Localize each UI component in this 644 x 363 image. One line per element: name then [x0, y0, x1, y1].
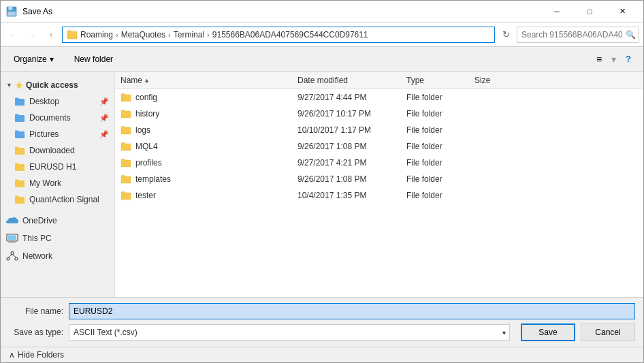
title-bar-left: Save As — [6, 6, 52, 17]
path-sep-3: › — [207, 31, 210, 39]
sidebar-item-pictures[interactable]: Pictures 📌 — [1, 126, 114, 142]
hide-folders-bar[interactable]: ∧ Hide Folders — [1, 347, 643, 362]
row-folder-icon — [120, 174, 131, 184]
sidebar-item-onedrive[interactable]: OneDrive — [1, 212, 114, 230]
view-divider: ▾ — [611, 54, 616, 65]
file-name: tester — [135, 191, 156, 200]
sidebar-item-documents[interactable]: Documents 📌 — [1, 110, 114, 126]
onedrive-icon — [6, 216, 18, 225]
quantaction-folder-icon — [14, 195, 25, 204]
file-name: profiles — [135, 158, 162, 168]
table-row[interactable]: tester 10/4/2017 1:35 PM File folder — [115, 187, 643, 204]
path-folder-icon — [67, 30, 78, 40]
saveastype-wrapper: ASCII Text (*.csv)CSV (*.csv)All Files (… — [69, 324, 510, 341]
file-name: config — [135, 93, 157, 102]
sidebar-item-thispc[interactable]: This PC — [1, 230, 114, 247]
col-header-type[interactable]: Type — [406, 76, 474, 85]
svg-point-10 — [15, 257, 18, 260]
pictures-pin-icon: 📌 — [99, 130, 109, 139]
sort-arrow-icon: ▲ — [144, 77, 150, 84]
table-row[interactable]: config 9/27/2017 4:44 PM File folder — [115, 89, 643, 106]
table-row[interactable]: templates 9/26/2017 1:08 PM File folder — [115, 171, 643, 187]
path-segment-terminal: Terminal — [174, 30, 204, 40]
back-button[interactable]: ← — [5, 27, 21, 43]
pictures-folder-icon — [14, 129, 25, 139]
path-sep-2: › — [168, 31, 171, 39]
col-name-label: Name — [120, 76, 142, 85]
col-header-size[interactable]: Size — [474, 76, 638, 85]
search-wrapper: 🔍 — [517, 27, 639, 43]
file-type: File folder — [406, 191, 474, 200]
save-as-dialog: Save As ─ □ ✕ ← → ↑ Roaming › MetaQuotes… — [0, 0, 644, 363]
file-type: File folder — [406, 158, 474, 168]
filename-label: File name: — [9, 306, 63, 316]
refresh-button[interactable]: ↻ — [498, 27, 514, 43]
filename-row: File name: — [9, 303, 635, 319]
close-button[interactable]: ✕ — [607, 1, 638, 22]
up-button[interactable]: ↑ — [43, 27, 59, 43]
file-name: MQL4 — [135, 142, 158, 151]
svg-point-9 — [7, 257, 10, 260]
table-row[interactable]: MQL4 9/26/2017 1:08 PM File folder — [115, 138, 643, 155]
saveastype-label: Save as type: — [9, 328, 63, 337]
file-name: templates — [135, 174, 171, 184]
documents-pin-icon: 📌 — [99, 114, 109, 123]
file-type: File folder — [406, 109, 474, 119]
minimize-button[interactable]: ─ — [541, 1, 573, 22]
file-type: File folder — [406, 93, 474, 102]
sidebar-item-desktop[interactable]: Desktop 📌 — [1, 93, 114, 110]
quick-access-header[interactable]: ▼ ★ Quick access — [1, 74, 114, 93]
main-content: ▼ ★ Quick access Desktop 📌 Documents 📌 — [1, 72, 643, 297]
eurusd-label: EURUSD H1 — [29, 162, 76, 172]
cancel-button[interactable]: Cancel — [581, 323, 635, 341]
svg-line-12 — [12, 255, 16, 258]
forward-button[interactable]: → — [24, 27, 40, 43]
network-icon — [6, 251, 18, 261]
row-folder-icon — [120, 158, 131, 168]
bottom-bar: File name: Save as type: ASCII Text (*.c… — [1, 297, 643, 347]
network-label: Network — [22, 251, 52, 261]
svg-line-11 — [8, 255, 12, 258]
path-sep-1: › — [116, 31, 118, 39]
table-row[interactable]: history 9/26/2017 10:17 PM File folder — [115, 106, 643, 122]
save-button[interactable]: Save — [521, 323, 575, 341]
help-button[interactable]: ? — [619, 50, 638, 69]
documents-label: Documents — [29, 113, 71, 123]
downloaded-folder-icon — [14, 146, 25, 155]
col-date-label: Date modified — [297, 76, 348, 85]
table-row[interactable]: logs 10/10/2017 1:17 PM File folder — [115, 122, 643, 138]
quick-access-star-icon: ★ — [15, 80, 23, 91]
row-folder-icon — [120, 142, 131, 151]
thispc-icon — [6, 234, 18, 243]
sidebar-item-downloaded[interactable]: Downloaded — [1, 142, 114, 159]
quick-access-label: Quick access — [26, 80, 78, 90]
row-folder-icon — [120, 125, 131, 135]
new-folder-button[interactable]: New folder — [67, 50, 120, 69]
address-bar: ← → ↑ Roaming › MetaQuotes › Terminal › … — [1, 22, 643, 47]
sidebar-item-network[interactable]: Network — [1, 247, 114, 265]
saveastype-select[interactable]: ASCII Text (*.csv)CSV (*.csv)All Files (… — [69, 324, 510, 341]
organize-label: Organize — [14, 54, 47, 64]
organize-button[interactable]: Organize ▾ — [6, 50, 61, 69]
view-button[interactable]: ≡ — [590, 50, 609, 69]
search-input[interactable] — [517, 27, 639, 43]
organize-arrow-icon: ▾ — [50, 54, 54, 64]
filename-input[interactable] — [69, 303, 635, 319]
col-header-date[interactable]: Date modified — [297, 76, 406, 85]
sidebar-item-quantaction[interactable]: QuantAction Signal — [1, 191, 114, 208]
sidebar-item-mywork[interactable]: My Work — [1, 175, 114, 191]
desktop-label: Desktop — [29, 97, 59, 106]
maximize-button[interactable]: □ — [574, 1, 605, 22]
downloaded-label: Downloaded — [29, 146, 75, 155]
file-name: logs — [135, 125, 150, 135]
address-path[interactable]: Roaming › MetaQuotes › Terminal › 915566… — [62, 27, 495, 43]
col-header-name[interactable]: Name ▲ — [120, 76, 297, 85]
file-date: 9/27/2017 4:44 PM — [297, 93, 406, 102]
sidebar-item-eurusd[interactable]: EURUSD H1 — [1, 159, 114, 175]
table-row[interactable]: profiles 9/27/2017 4:21 PM File folder — [115, 155, 643, 171]
path-segment-roaming: Roaming — [80, 30, 113, 40]
title-text: Save As — [22, 7, 52, 16]
svg-point-8 — [11, 252, 14, 255]
desktop-pin-icon: 📌 — [99, 97, 109, 106]
mywork-label: My Work — [29, 178, 61, 188]
